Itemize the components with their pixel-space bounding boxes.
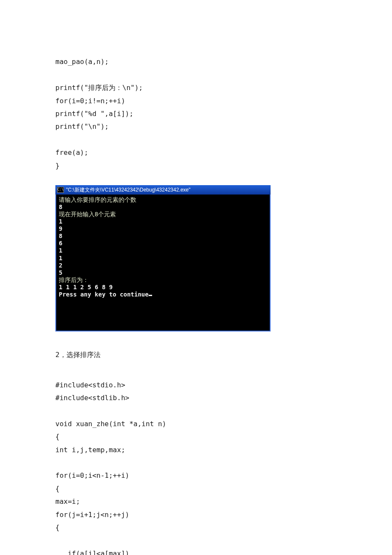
code-line: for(j=i+1;j<n;++j) bbox=[55, 511, 129, 519]
code-line: printf("%d ",a[i]); bbox=[55, 110, 133, 118]
section2-title: 2，选择排序法 bbox=[55, 349, 337, 361]
console-line: 1 bbox=[59, 247, 62, 254]
code-block-top: mao_pao(a,n); printf("排序后为：\n"); for(i=0… bbox=[55, 43, 337, 172]
console-line: 5 bbox=[59, 269, 62, 276]
code-line: int i,j,temp,max; bbox=[55, 446, 125, 454]
code-line: for(i=0;i<n-1;++i) bbox=[55, 471, 129, 479]
code-line: free(a); bbox=[55, 148, 88, 157]
console-window: C:\ "C:\新建文件夹\VC11\43242342\Debug\432423… bbox=[55, 185, 271, 331]
code-line: printf("排序后为：\n"); bbox=[55, 84, 143, 92]
console-line: 排序后为： bbox=[59, 276, 89, 283]
code-line: mao_pao(a,n); bbox=[55, 58, 109, 66]
console-body: 请输入你要排序的元素的个数 8 现在开始输入8个元素 1 9 8 6 1 1 2… bbox=[55, 195, 271, 331]
console-line: 请输入你要排序的元素的个数 bbox=[59, 196, 136, 203]
document-page: mao_pao(a,n); printf("排序后为：\n"); for(i=0… bbox=[0, 0, 392, 555]
console-line: 9 bbox=[59, 225, 62, 232]
code-line: void xuan_zhe(int *a,int n) bbox=[55, 420, 166, 428]
console-line: Press any key to continue bbox=[59, 291, 149, 298]
console-line: 2 bbox=[59, 262, 62, 269]
console-title-text: "C:\新建文件夹\VC11\43242342\Debug\43242342.e… bbox=[66, 185, 190, 195]
code-line: { bbox=[55, 485, 60, 493]
console-line: 现在开始输入8个元素 bbox=[59, 211, 116, 218]
cmd-icon: C:\ bbox=[57, 187, 64, 193]
code-line: for(i=0;i!=n;++i) bbox=[55, 97, 125, 105]
code-line: #include<stdio.h> bbox=[55, 381, 125, 389]
console-line: 1 bbox=[59, 218, 62, 225]
code-line: { bbox=[55, 523, 60, 532]
console-line: 1 1 1 2 5 6 8 9 bbox=[59, 284, 112, 291]
code-block-bottom: #include<stdio.h> #include<stdlib.h> voi… bbox=[55, 366, 337, 555]
code-line: #include<stdlib.h> bbox=[55, 394, 129, 402]
code-line: if(a[j]<a[max]) bbox=[55, 549, 129, 555]
code-line: printf("\n"); bbox=[55, 122, 109, 131]
code-line: } bbox=[55, 162, 60, 170]
code-line: max=i; bbox=[55, 497, 80, 506]
console-line: 8 bbox=[59, 203, 62, 210]
code-line: { bbox=[55, 433, 60, 441]
console-line: 1 bbox=[59, 255, 62, 262]
console-line: 6 bbox=[59, 240, 62, 247]
console-titlebar: C:\ "C:\新建文件夹\VC11\43242342\Debug\432423… bbox=[55, 185, 271, 195]
console-cursor bbox=[149, 295, 152, 296]
console-line: 8 bbox=[59, 232, 62, 239]
